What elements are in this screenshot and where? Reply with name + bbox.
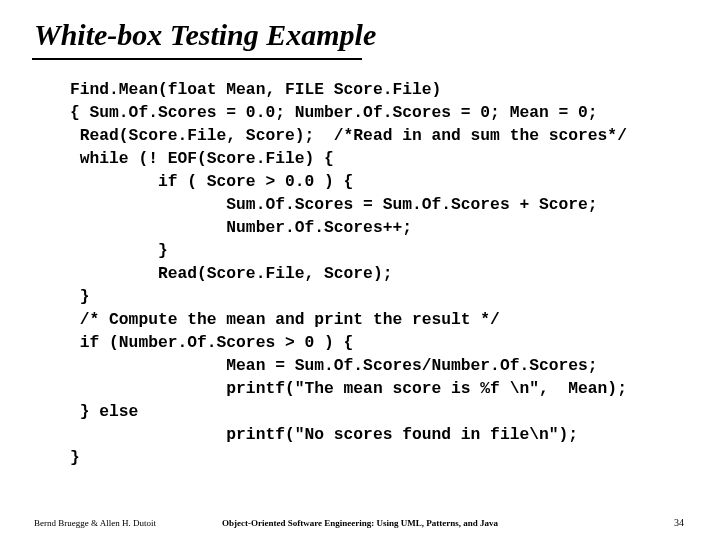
page-title: White-box Testing Example [34, 18, 376, 52]
title-underline [32, 58, 362, 60]
code-listing: Find.Mean(float Mean, FILE Score.File) {… [70, 78, 627, 469]
slide: White-box Testing Example Find.Mean(floa… [0, 0, 720, 540]
footer-page-number: 34 [674, 517, 684, 528]
footer-book-title: Object-Oriented Software Engineering: Us… [0, 518, 720, 528]
